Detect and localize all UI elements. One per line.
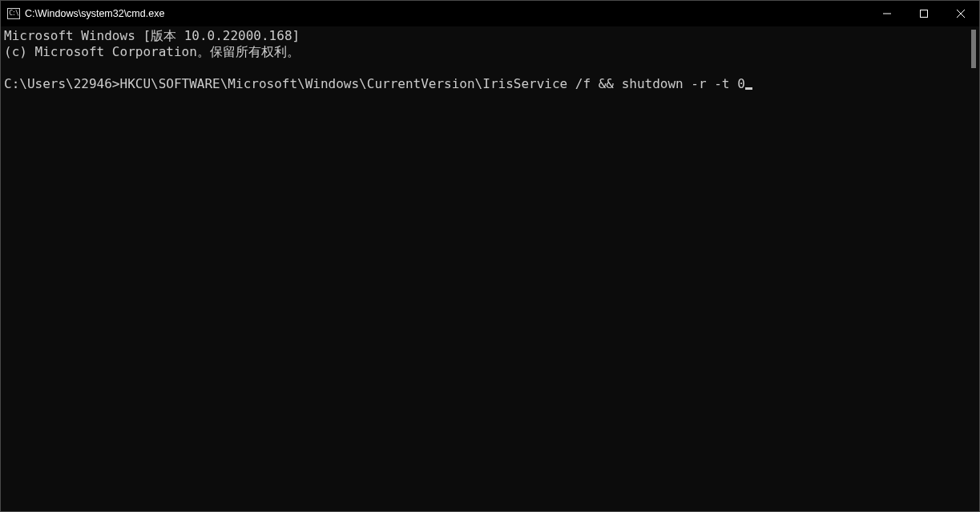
terminal-prompt: C:\Users\22946> [4,76,120,91]
maximize-icon [920,10,928,18]
maximize-button[interactable] [905,1,942,26]
cmd-window: C:\Windows\system32\cmd.exe Microsoft Wi… [0,0,980,512]
terminal-output-line: Microsoft Windows [版本 10.0.22000.168] [4,28,976,44]
terminal-cursor [745,87,752,90]
window-title: C:\Windows\system32\cmd.exe [25,8,164,19]
titlebar-left: C:\Windows\system32\cmd.exe [1,8,164,19]
close-button[interactable] [942,1,979,26]
terminal-prompt-line: C:\Users\22946>HKCU\SOFTWARE\Microsoft\W… [4,76,976,92]
terminal-output-line: (c) Microsoft Corporation。保留所有权利。 [4,44,976,60]
window-controls [869,1,979,26]
terminal-area[interactable]: Microsoft Windows [版本 10.0.22000.168](c)… [1,26,979,511]
cmd-icon [7,8,20,19]
close-icon [957,10,965,18]
svg-rect-1 [921,10,928,18]
titlebar[interactable]: C:\Windows\system32\cmd.exe [1,1,979,26]
terminal-command-input[interactable]: HKCU\SOFTWARE\Microsoft\Windows\CurrentV… [120,76,745,91]
scrollbar-thumb[interactable] [971,30,976,68]
minimize-icon [883,10,891,18]
vertical-scrollbar[interactable] [966,26,979,510]
minimize-button[interactable] [869,1,905,26]
